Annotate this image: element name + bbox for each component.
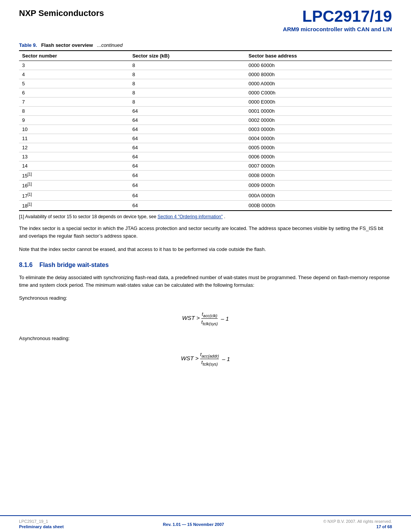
footer-left-block: LPC2917_19_1 Preliminary data sheet <box>19 519 64 529</box>
section-heading-816: 8.1.6 Flash bridge wait-states <box>19 262 392 268</box>
cell-address: 0005 0000h <box>245 143 392 152</box>
col-sector-address: Sector base address <box>245 51 392 61</box>
cell-address: 0000 E000h <box>245 97 392 107</box>
cell-address: 0003 0000h <box>245 125 392 134</box>
cell-sector: 5 <box>19 79 129 88</box>
footnote-end: . <box>224 214 225 219</box>
table-row: 8640001 0000h <box>19 107 392 116</box>
product-subtitle: ARM9 microcontroller with CAN and LIN <box>283 26 392 32</box>
product-name: LPC2917/19 <box>283 8 392 24</box>
table-row: 12640005 0000h <box>19 143 392 152</box>
header-right: LPC2917/19 ARM9 microcontroller with CAN… <box>283 8 392 32</box>
page-header: NXP Semiconductors LPC2917/19 ARM9 micro… <box>0 0 411 32</box>
footer-doc-id: LPC2917_19_1 <box>19 519 64 524</box>
table-footnote: [1] Availability of sector 15 to sector … <box>19 214 392 219</box>
table-row: 10640003 0000h <box>19 125 392 134</box>
cell-address: 0006 0000h <box>245 152 392 161</box>
cell-size: 64 <box>129 107 245 116</box>
table-header-row: Sector number Sector size (kB) Sector ba… <box>19 51 392 61</box>
cell-sector: 11 <box>19 134 129 143</box>
table-row: 11640004 0000h <box>19 134 392 143</box>
page: DRAFT DRAFT DRAFT DRAFT DRAFT DRAFT DRAF… <box>0 0 411 532</box>
table-title: Flash sector overview <box>41 42 93 48</box>
cell-address: 0007 0000h <box>245 161 392 171</box>
cell-address: 0000 A000h <box>245 79 392 88</box>
section-number: 8.1.6 <box>19 262 33 268</box>
body-para-2: Note that the index sector cannot be era… <box>19 246 392 253</box>
table-row: 580000 A000h <box>19 79 392 88</box>
cell-size: 64 <box>129 116 245 125</box>
flash-sector-table: Sector number Sector size (kB) Sector ba… <box>19 50 392 211</box>
section-intro: To eliminate the delay associated with s… <box>19 274 392 289</box>
header-left: NXP Semiconductors <box>19 8 104 18</box>
cell-address: 0000 8000h <box>245 70 392 79</box>
table-row: 480000 8000h <box>19 70 392 79</box>
table-row: 13640006 0000h <box>19 152 392 161</box>
col-sector-size: Sector size (kB) <box>129 51 245 61</box>
cell-size: 64 <box>129 161 245 171</box>
formula-sync: WST > tacc(clk) ttclk(sys) – 1 <box>19 311 392 326</box>
formula-async-denominator: ttclk(sys) <box>200 359 219 366</box>
formula-async-content: WST > tacc(addr) ttclk(sys) – 1 <box>181 351 230 366</box>
cell-address: 0001 0000h <box>245 107 392 116</box>
footer-center-block: Rev. 1.01 — 15 November 2007 <box>163 521 224 527</box>
formula-async-rhs: – 1 <box>222 356 230 362</box>
table-row: 380000 6000h <box>19 61 392 70</box>
table-row: 15[1]640008 0000h <box>19 171 392 181</box>
formula-sync-lhs: WST > <box>182 315 200 321</box>
cell-sector: 6 <box>19 88 129 97</box>
cell-address: 000A 0000h <box>245 190 392 200</box>
table-label: Table 9. <box>19 42 37 48</box>
formula-async-numerator: tacc(addr) <box>200 351 219 359</box>
cell-size: 64 <box>129 190 245 200</box>
cell-sector: 10 <box>19 125 129 134</box>
formula-sync-numerator: tacc(clk) <box>201 311 218 319</box>
footer-page: 17 of 68 <box>323 524 392 529</box>
section-title: Flash bridge wait-states <box>39 262 108 268</box>
footer-copyright: © NXP B.V. 2007. All rights reserved. <box>323 519 392 524</box>
cell-size: 8 <box>129 97 245 107</box>
footer-right-block: © NXP B.V. 2007. All rights reserved. 17… <box>323 519 392 529</box>
table-row: 18[1]64000B 0000h <box>19 200 392 211</box>
footer-revision: Rev. 1.01 — 15 November 2007 <box>163 522 224 527</box>
cell-size: 64 <box>129 171 245 181</box>
cell-sector: 16[1] <box>19 181 129 190</box>
footnote-link[interactable]: Section 4 "Ordering information" <box>158 214 223 219</box>
footer-status: Preliminary data sheet <box>19 524 64 529</box>
formula-sync-content: WST > tacc(clk) ttclk(sys) – 1 <box>182 311 229 326</box>
async-reading-label: Asynchronous reading: <box>19 335 392 342</box>
cell-sector: 18[1] <box>19 200 129 211</box>
cell-address: 0004 0000h <box>245 134 392 143</box>
cell-sector: 8 <box>19 107 129 116</box>
cell-size: 64 <box>129 134 245 143</box>
formula-async-lhs: WST > <box>181 355 199 362</box>
cell-size: 64 <box>129 152 245 161</box>
cell-address: 0000 6000h <box>245 61 392 70</box>
cell-address: 0002 0000h <box>245 116 392 125</box>
table-row: 9640002 0000h <box>19 116 392 125</box>
cell-size: 64 <box>129 125 245 134</box>
cell-sector: 14 <box>19 161 129 171</box>
cell-size: 8 <box>129 70 245 79</box>
cell-sector: 7 <box>19 97 129 107</box>
cell-sector: 3 <box>19 61 129 70</box>
cell-sector: 15[1] <box>19 171 129 181</box>
formula-async-fraction: tacc(addr) ttclk(sys) <box>200 351 219 366</box>
cell-sector: 13 <box>19 152 129 161</box>
cell-size: 64 <box>129 181 245 190</box>
sync-reading-label: Synchronous reading: <box>19 294 392 302</box>
main-content: Table 9. Flash sector overview ...contin… <box>0 32 411 398</box>
table-row: 17[1]64000A 0000h <box>19 190 392 200</box>
table-row: 16[1]640009 0000h <box>19 181 392 190</box>
cell-address: 000B 0000h <box>245 200 392 211</box>
formula-sync-denominator: ttclk(sys) <box>201 319 218 326</box>
table-row: 680000 C000h <box>19 88 392 97</box>
cell-size: 8 <box>129 79 245 88</box>
cell-sector: 4 <box>19 70 129 79</box>
cell-size: 64 <box>129 143 245 152</box>
formula-sync-fraction: tacc(clk) ttclk(sys) <box>201 311 218 326</box>
table-continued: ...continued <box>97 42 123 48</box>
cell-address: 0000 C000h <box>245 88 392 97</box>
cell-sector: 9 <box>19 116 129 125</box>
body-para-1: The index sector is a special sector in … <box>19 225 392 240</box>
